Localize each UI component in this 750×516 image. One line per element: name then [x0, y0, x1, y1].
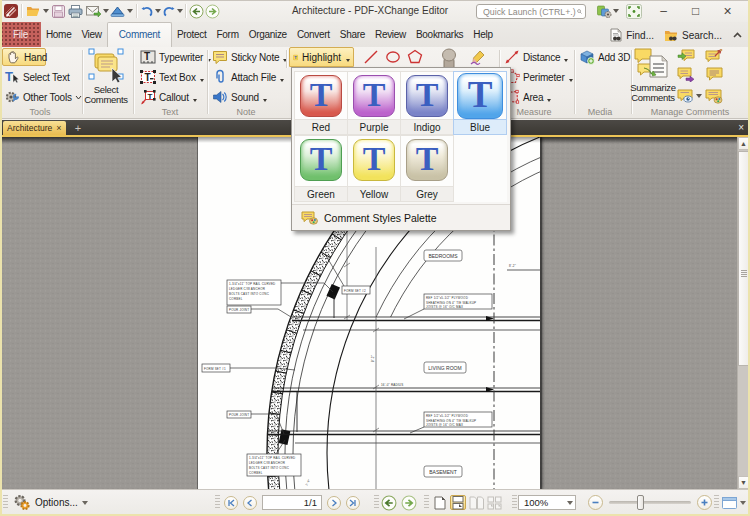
stamp-tool-icon[interactable]: [110, 3, 125, 19]
zoom-in-button[interactable]: [697, 495, 712, 510]
ribbon-tab-view[interactable]: View: [76, 22, 106, 47]
page-number-box[interactable]: 1/1: [262, 495, 322, 510]
select-text-button[interactable]: T Select Text: [2, 68, 72, 86]
ui-options-icon[interactable]: [596, 3, 612, 19]
quick-launch-box[interactable]: [476, 4, 586, 19]
ui-options-dropdown[interactable]: [612, 3, 619, 19]
polygon-tool-button[interactable]: [405, 48, 427, 66]
print-icon[interactable]: [68, 3, 83, 19]
options-button[interactable]: Options...: [12, 494, 88, 511]
scrollbar-thumb[interactable]: [738, 151, 748, 366]
next-comment-button[interactable]: [677, 67, 695, 84]
highlight-swatch-indigo[interactable]: TIndigo: [400, 71, 454, 135]
ribbon-tab-organize[interactable]: Organize: [244, 22, 292, 47]
ribbon-tab-share[interactable]: Share: [335, 22, 370, 47]
ribbon-tab-protect[interactable]: Protect: [172, 22, 212, 47]
collapse-ribbon-button[interactable]: [729, 30, 746, 41]
ribbon-tab-convert[interactable]: Convert: [292, 22, 335, 47]
highlight-swatch-blue[interactable]: TBlue: [453, 71, 507, 135]
document-tab-architecture[interactable]: Architecture ×: [3, 121, 66, 135]
comment-styles-button[interactable]: [705, 89, 724, 106]
highlight-swatch-yellow[interactable]: TYellow: [347, 135, 401, 202]
ribbon-tab-home[interactable]: Home: [41, 22, 76, 47]
history-back-icon[interactable]: [381, 495, 397, 511]
fullscreen-icon[interactable]: [625, 3, 642, 19]
two-page-view-button[interactable]: [468, 495, 484, 510]
zoom-out-button[interactable]: [588, 495, 603, 510]
ribbon-tab-form[interactable]: Form: [212, 22, 244, 47]
sound-button[interactable]: Sound: [210, 88, 269, 106]
scroll-up-icon[interactable]: ▲: [738, 137, 748, 150]
other-tools-button[interactable]: Other Tools: [2, 88, 84, 106]
grid-view-button[interactable]: [486, 495, 502, 510]
hide-comments-button[interactable]: [677, 89, 695, 106]
stamp-dropdown[interactable]: [126, 3, 133, 19]
search-button[interactable]: Search...: [661, 28, 725, 43]
ribbon-tab-help[interactable]: Help: [468, 22, 497, 47]
scroll-down-icon[interactable]: ▼: [738, 476, 748, 489]
last-page-button[interactable]: [346, 496, 360, 510]
text-box-button[interactable]: T Text Box: [138, 68, 206, 86]
attach-file-button[interactable]: Attach File: [210, 68, 286, 86]
add-3d-button[interactable]: Add 3D: [577, 48, 632, 66]
vertical-scrollbar[interactable]: ▲ ▼: [737, 137, 748, 489]
document-tab-close-icon[interactable]: ×: [56, 123, 61, 133]
typewriter-button[interactable]: T Typewriter: [138, 48, 213, 66]
highlight-swatch-grey[interactable]: TGrey: [400, 135, 454, 202]
minimize-button[interactable]: –: [655, 3, 672, 19]
pencil-tool-button[interactable]: [468, 48, 492, 66]
history-forward-icon[interactable]: [401, 495, 417, 511]
single-page-view-button[interactable]: [432, 495, 448, 510]
comment-styles-palette-button[interactable]: Comment Styles Palette: [292, 204, 510, 230]
close-button[interactable]: ×: [719, 3, 736, 19]
ribbon-tab-bookmarks[interactable]: Bookmarks: [411, 22, 468, 47]
hide-comments-dropdown[interactable]: [696, 94, 702, 98]
nav-forward-icon[interactable]: [204, 3, 220, 19]
import-comments-button[interactable]: [677, 49, 695, 66]
next-page-button[interactable]: [327, 496, 341, 510]
undo-dropdown[interactable]: [154, 3, 161, 19]
highlight-swatch-green[interactable]: TGreen: [294, 135, 348, 202]
nav-back-icon[interactable]: [188, 3, 204, 19]
undo-icon[interactable]: [140, 3, 154, 19]
highlight-button[interactable]: T Highlight: [289, 47, 354, 67]
zoom-value-box[interactable]: 100%: [518, 494, 576, 511]
stamp-tool-button[interactable]: [436, 48, 462, 67]
close-all-tabs-icon[interactable]: ×: [738, 122, 744, 133]
distance-button[interactable]: Distance: [502, 48, 570, 66]
find-button[interactable]: Find...: [607, 27, 657, 43]
email-dropdown[interactable]: [102, 3, 109, 19]
zoom-slider[interactable]: [609, 501, 691, 504]
highlight-swatch-red[interactable]: TRed: [294, 71, 348, 135]
ribbon-tab-review[interactable]: Review: [370, 22, 411, 47]
first-page-button[interactable]: [224, 496, 238, 510]
show-comments-button[interactable]: [705, 67, 723, 84]
zoom-slider-thumb[interactable]: [637, 495, 644, 510]
pan-zoom-tool[interactable]: [722, 494, 746, 511]
redo-icon[interactable]: [162, 3, 176, 19]
open-file-dropdown[interactable]: [42, 3, 49, 19]
ribbon-tab-comment[interactable]: Comment: [107, 22, 172, 47]
perimeter-label: Perimeter: [523, 72, 565, 83]
redo-dropdown[interactable]: [176, 3, 183, 19]
perimeter-button[interactable]: Perimeter: [502, 68, 575, 86]
line-tool-button[interactable]: [361, 48, 383, 66]
save-icon[interactable]: [51, 3, 65, 19]
ribbon-tab-file[interactable]: File: [0, 22, 41, 47]
previous-page-button[interactable]: [243, 496, 257, 510]
hand-tool-button[interactable]: Hand: [2, 48, 46, 66]
maximize-button[interactable]: □: [687, 3, 704, 19]
continuous-view-button[interactable]: [450, 495, 466, 510]
summarize-comments-button[interactable]: Summarize Comments: [629, 48, 677, 102]
highlight-swatch-purple[interactable]: TPurple: [347, 71, 401, 135]
export-comments-button[interactable]: [705, 49, 723, 66]
open-file-icon[interactable]: [26, 3, 41, 19]
sticky-note-button[interactable]: Sticky Note: [210, 48, 289, 66]
callout-button[interactable]: T Callout: [138, 88, 199, 106]
new-document-tab-button[interactable]: +: [72, 123, 84, 134]
quick-launch-input[interactable]: [483, 7, 577, 17]
select-comments-button[interactable]: Select Comments: [80, 48, 132, 104]
ellipse-tool-button[interactable]: [383, 48, 405, 66]
email-icon[interactable]: [86, 3, 101, 19]
zoom-combo-box[interactable]: 100%: [518, 495, 576, 510]
